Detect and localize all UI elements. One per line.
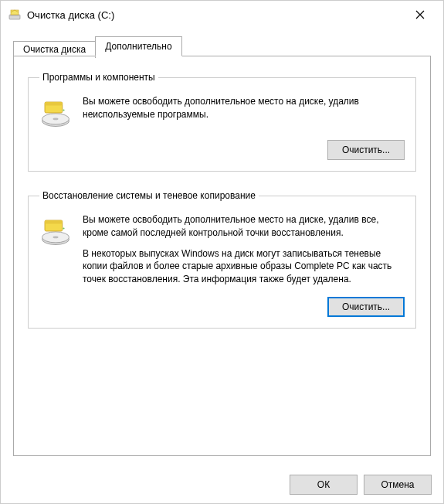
- cancel-button[interactable]: Отмена: [364, 475, 432, 495]
- tab-strip: Очистка диска Дополнительно: [13, 36, 431, 56]
- svg-point-11: [53, 236, 59, 238]
- svg-rect-13: [45, 220, 63, 223]
- close-button[interactable]: [403, 3, 437, 26]
- group-programs-legend: Программы и компоненты: [39, 72, 158, 83]
- window-title: Очистка диска (C:): [27, 9, 403, 21]
- group-restore-legend: Восстановление системы и теневое копиров…: [39, 190, 259, 201]
- restore-description-1: Вы можете освободить дополнительное мест…: [83, 213, 405, 240]
- close-icon: [415, 10, 425, 19]
- disk-cleanup-icon: [8, 9, 21, 21]
- restore-cleanup-button[interactable]: Очистить...: [327, 297, 405, 317]
- tab-advanced[interactable]: Дополнительно: [95, 36, 181, 56]
- svg-rect-2: [11, 10, 19, 15]
- group-programs-and-features: Программы и компоненты Вы можете освобод…: [28, 72, 416, 172]
- ok-button[interactable]: ОК: [290, 475, 358, 495]
- drive-cleanup-icon: [39, 215, 72, 247]
- content-area: Очистка диска Дополнительно Программы и …: [1, 29, 443, 456]
- group-system-restore: Восстановление системы и теневое копиров…: [28, 190, 416, 329]
- group-programs-text: Вы можете освободить дополнительное мест…: [83, 95, 405, 121]
- programs-cleanup-button[interactable]: Очистить...: [327, 140, 405, 160]
- programs-description: Вы можете освободить дополнительное мест…: [83, 95, 405, 121]
- svg-rect-7: [45, 102, 63, 105]
- titlebar: Очистка диска (C:): [1, 1, 443, 29]
- drive-cleanup-icon: [39, 97, 72, 129]
- svg-point-14: [63, 227, 64, 229]
- tab-panel-advanced: Программы и компоненты Вы можете освобод…: [13, 56, 431, 456]
- svg-point-8: [63, 109, 64, 111]
- dialog-footer: ОК Отмена: [290, 475, 432, 495]
- svg-point-5: [53, 117, 59, 120]
- restore-description-2: В некоторых выпусках Windows на диск мог…: [83, 247, 405, 286]
- group-restore-text: Вы можете освободить дополнительное мест…: [83, 213, 405, 286]
